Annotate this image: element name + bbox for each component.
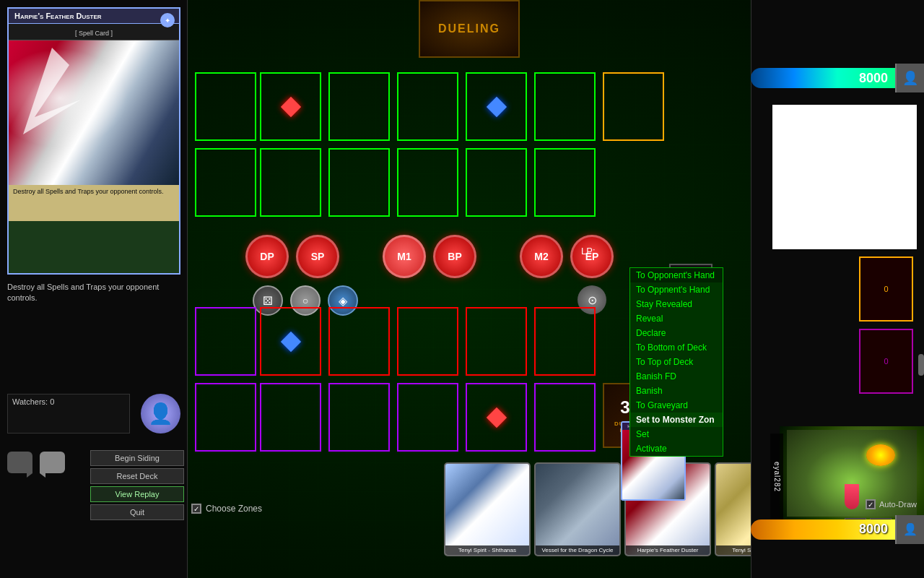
choose-zones-area: ✓ Choose Zones [191,504,262,514]
ctx-to-top-deck[interactable]: To Top of Deck [630,355,723,369]
opp-monster-zone-4[interactable] [466,72,527,141]
pl-monster-zone-3[interactable] [397,307,458,376]
right-panel: 8000 👤 0 0 eyal282 [751,0,924,578]
context-menu[interactable]: To Opponent's Hand To Oppnent's Hand Sta… [629,267,723,457]
card-desc-text: Destroy all Spells and Traps your oppone… [13,188,175,197]
quit-button[interactable]: Quit [90,504,184,520]
gem-wrapper-3 [261,309,320,374]
ctx-to-bottom-deck[interactable]: To Bottom of Deck [630,340,723,355]
ctx-banish-fd[interactable]: Banish FD [630,369,723,384]
opp-monster-zone-1[interactable] [260,72,321,141]
auto-draw-checkmark: ✓ [868,501,873,509]
hand-card-1[interactable]: Tenyi Spirit - Shthanas [444,462,531,556]
choose-zones-checkmark: ✓ [193,505,199,513]
opp-field-zone[interactable] [195,148,256,217]
gem-red-icon-2 [486,407,506,427]
phase-bp-button[interactable]: BP [433,235,476,278]
gem-wrapper [261,74,320,139]
pl-spell-zone-1[interactable] [260,383,321,452]
pl-monster-zone-1[interactable] [260,307,321,376]
auto-draw-checkbox[interactable]: ✓ [866,499,876,509]
opp-deck-zone[interactable] [603,72,664,141]
hand-card-2[interactable]: Vessel for the Dragon Cycle [534,462,621,556]
ctx-to-opp-hand-1[interactable]: To Opponent's Hand [630,268,723,282]
hand-card-1-label: Tenyi Spirit - Shthanas [445,545,529,555]
ctx-banish[interactable]: Banish [630,384,723,398]
chat-icon-2[interactable] [40,452,65,473]
top-lp-number: 8000 [859,71,888,86]
auto-draw-area: ✓ Auto-Draw [866,499,917,509]
opp-spell-zone-5[interactable] [534,148,596,217]
game-board: Harpie's Feather Duster ✦ [ Spell Card ]… [0,0,924,578]
gem-wrapper-2 [467,74,526,139]
view-replay-button[interactable]: View Replay [90,486,184,502]
pl-graveyard[interactable]: 0 [859,329,913,394]
ctx-declare[interactable]: Declare [630,326,723,340]
opp-monster-zone-5[interactable] [534,72,596,141]
pl-spell-zone-5[interactable] [534,383,596,452]
chat-icons [7,452,65,473]
gem-blue-icon [486,96,506,116]
opp-spell-zone-3[interactable] [397,148,458,217]
player-name-vertical: eyal282 [770,434,783,520]
phase-sp-button[interactable]: SP [296,235,339,278]
phase-m1-button[interactable]: M1 [383,235,426,278]
reset-deck-button[interactable]: Reset Deck [90,468,184,484]
gem-wrapper-4 [467,384,526,450]
pl-extra-zone[interactable] [195,307,256,376]
phase-dp-button[interactable]: DP [245,235,289,278]
choose-zones-checkbox[interactable]: ✓ [191,504,201,514]
pl-spell-zone-3[interactable] [397,383,458,452]
game-field: DUELING 0 [188,0,751,578]
opp-monster-zone-2[interactable] [328,72,390,141]
ctx-stay-revealed[interactable]: Stay Revealed [630,297,723,311]
opp-gy-indicator: 0 [860,258,912,320]
card-type-bar: [ Spell Card ] [9,24,179,40]
opp-extra-zone[interactable] [195,72,256,141]
ctx-to-graveyard[interactable]: To Graveyard [630,398,723,413]
begin-siding-button[interactable]: Begin Siding [90,450,184,466]
dueling-title: DUELING [419,0,520,58]
bottom-lp-bar: 8000 [751,519,895,540]
phase-m2-button[interactable]: M2 [520,235,563,278]
opp-monster-zone-3[interactable] [397,72,458,141]
pl-gy-indicator: 0 [860,330,912,392]
ctx-to-opp-hand-2[interactable]: To Oppnent's Hand [630,282,723,297]
card-art [9,40,179,185]
card-desc-long: Destroy all Spells and Traps your oppone… [7,282,159,302]
opp-spell-zone-1[interactable] [260,148,321,217]
hand-card-2-label: Vessel for the Dragon Cycle [536,545,619,555]
bottom-avatar-icon: 👤 [895,515,924,544]
top-lp-container: 8000 👤 [751,64,924,92]
chat-icon-1[interactable] [7,452,32,473]
lp-display: LP: [581,246,596,256]
pl-monster-zone-5[interactable] [534,307,596,376]
monster-eye [866,444,895,466]
opp-spell-zone-4[interactable] [466,148,527,217]
ctx-set-monster-zone[interactable]: Set to Monster Zon [630,413,723,427]
ctx-reveal[interactable]: Reveal [630,311,723,326]
pl-field-zone[interactable] [195,383,256,452]
pl-monster-zone-4[interactable] [466,307,527,376]
card-display: Harpie's Feather Duster ✦ [ Spell Card ]… [7,7,180,275]
top-lp-bar: 8000 [751,68,895,88]
watchers-text: Watchers: 0 [8,394,129,409]
bottom-lp-number: 8000 [859,522,888,537]
ctx-set[interactable]: Set [630,427,723,441]
card-type-label: [ Spell Card ] [75,30,113,37]
gem-red-icon [280,96,300,116]
phase-row: DP SP M1 BP M2 EP [245,235,679,278]
avatar-area: 👤 [141,394,180,434]
auto-draw-label: Auto-Draw [879,500,917,509]
phase-ep-button[interactable]: EP [570,235,614,278]
pl-spell-zone-2[interactable] [328,383,390,452]
player-username-text: eyal282 [773,462,781,492]
pl-monster-zone-2[interactable] [328,307,390,376]
ctx-activate[interactable]: Activate [630,441,723,456]
scroll-indicator[interactable] [918,354,924,376]
opp-graveyard[interactable]: 0 [859,256,913,322]
opp-spell-zone-2[interactable] [328,148,390,217]
choose-zones-label: Choose Zones [206,504,262,514]
card-image-area [9,40,179,185]
pl-spell-zone-4[interactable] [466,383,527,452]
